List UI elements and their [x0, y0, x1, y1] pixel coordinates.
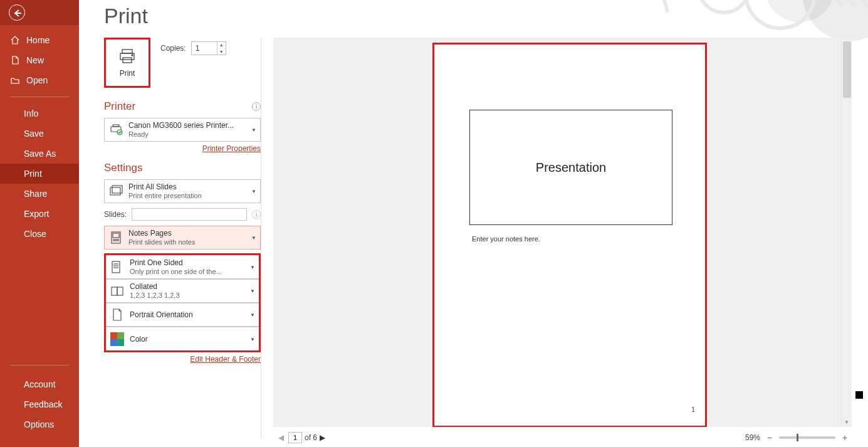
sidebar-item-open[interactable]: Open	[0, 70, 79, 90]
layout-title: Notes Pages	[128, 229, 195, 238]
printer-heading: Printer	[104, 100, 135, 113]
slides-info-icon[interactable]: i	[252, 210, 261, 219]
back-button[interactable]	[9, 4, 25, 21]
notes-pages-icon	[108, 230, 123, 245]
page-navigator: ◀ of 6 ▶	[278, 432, 327, 443]
zoom-slider-knob[interactable]	[797, 434, 798, 441]
preview-page[interactable]: Presentation Enter your notes here. 1	[432, 43, 707, 427]
copies-spinbox[interactable]: 1 ▲ ▼	[191, 41, 226, 55]
sidebar-separator	[10, 97, 69, 97]
edit-header-footer-row: Edit Header & Footer	[104, 355, 261, 364]
highlighted-settings-group: Print One Sided Only print on one side o…	[104, 253, 261, 352]
zoom-out-button[interactable]: −	[765, 433, 774, 443]
print-settings-column: Print Copies: 1 ▲ ▼ Printer i	[104, 38, 261, 364]
fit-to-window-button[interactable]	[854, 390, 863, 448]
sidebar-item-label: Home	[26, 35, 50, 45]
svg-point-8	[117, 130, 122, 135]
next-page-button[interactable]: ▶	[320, 433, 327, 442]
printer-selector[interactable]: Canon MG3600 series Printer... Ready ▼	[104, 118, 261, 142]
print-button[interactable]: Print	[104, 38, 150, 88]
layout-selector[interactable]: Notes Pages Print slides with notes ▼	[104, 226, 261, 250]
sidebar-item-print[interactable]: Print	[0, 164, 79, 184]
print-backstage-main: Print Print Copies: 1 ▲ ▼	[79, 0, 868, 447]
prev-page-button[interactable]: ◀	[278, 433, 286, 442]
svg-rect-2	[122, 50, 132, 53]
orientation-title: Portrait Orientation	[130, 310, 193, 319]
sidebar-item-label: Print	[24, 169, 42, 179]
sidebar-item-label: Export	[24, 209, 49, 219]
copies-decrement[interactable]: ▼	[217, 49, 226, 55]
sidebar-item-feedback[interactable]: Feedback	[0, 394, 79, 414]
orientation-selector[interactable]: Portrait Orientation ▼	[106, 303, 259, 327]
sidebar-item-label: Feedback	[24, 399, 62, 409]
sidebar-primary: Home New Open Info Save Save As Print	[0, 25, 79, 244]
printer-heading-row: Printer i	[104, 100, 261, 113]
sidebar-separator	[10, 365, 69, 365]
sidebar-item-label: New	[26, 55, 44, 65]
collate-title: Collated	[130, 282, 180, 291]
preview-slide-title: Presentation	[470, 160, 672, 175]
slides-range-label: Slides:	[104, 210, 127, 219]
sidebar-item-label: Info	[24, 108, 38, 118]
preview-notes-placeholder: Enter your notes here.	[472, 235, 540, 243]
svg-rect-10	[112, 186, 122, 193]
slides-icon	[108, 184, 123, 199]
svg-rect-20	[117, 287, 123, 295]
copies-row: Copies: 1 ▲ ▼	[160, 41, 226, 55]
svg-rect-19	[112, 287, 117, 295]
chevron-down-icon: ▼	[250, 336, 255, 342]
sides-selector[interactable]: Print One Sided Only print on one side o…	[106, 255, 259, 279]
copies-increment[interactable]: ▲	[217, 42, 226, 49]
printer-properties-link[interactable]: Printer Properties	[202, 144, 261, 153]
current-page-input[interactable]	[288, 432, 302, 443]
status-bar: ◀ of 6 ▶ 59% − +	[273, 428, 868, 447]
sidebar-secondary: Account Feedback Options	[0, 356, 79, 447]
slides-range-row: Slides: i	[104, 208, 261, 221]
sidebar-item-account[interactable]: Account	[0, 374, 79, 394]
printer-icon	[118, 48, 136, 65]
copies-value: 1	[196, 44, 200, 53]
svg-point-1	[746, 0, 815, 28]
one-sided-icon	[110, 260, 125, 275]
new-icon	[10, 55, 20, 65]
print-range-selector[interactable]: Print All Slides Print entire presentati…	[104, 179, 261, 203]
sides-title: Print One Sided	[130, 258, 222, 267]
printer-properties-row: Printer Properties	[104, 144, 261, 153]
zoom-percent-label: 59%	[745, 433, 760, 442]
fit-icon	[854, 390, 868, 448]
back-bar	[0, 0, 79, 25]
sidebar-item-save-as[interactable]: Save As	[0, 144, 79, 164]
sidebar-item-info[interactable]: Info	[0, 103, 79, 124]
sidebar-item-close[interactable]: Close	[0, 224, 79, 244]
printer-name: Canon MG3600 series Printer...	[128, 121, 234, 130]
print-range-title: Print All Slides	[128, 182, 202, 191]
sidebar-item-label: Save As	[24, 149, 56, 159]
sidebar-item-new[interactable]: New	[0, 50, 79, 70]
chevron-down-icon: ▼	[251, 127, 256, 133]
sidebar-item-label: Save	[24, 129, 44, 139]
zoom-in-button[interactable]: +	[840, 433, 849, 443]
slides-range-input[interactable]	[132, 208, 247, 221]
printer-info-icon[interactable]: i	[252, 102, 261, 111]
sidebar-item-home[interactable]: Home	[0, 30, 79, 50]
preview-vertical-scrollbar[interactable]: ▼	[841, 38, 852, 427]
edit-header-footer-link[interactable]: Edit Header & Footer	[190, 355, 261, 364]
sidebar-item-share[interactable]: Share	[0, 184, 79, 204]
svg-rect-7	[113, 125, 119, 127]
svg-rect-21	[855, 391, 863, 399]
zoom-slider[interactable]	[779, 436, 835, 439]
sidebar-item-save[interactable]: Save	[0, 124, 79, 144]
svg-rect-15	[112, 261, 120, 273]
collated-icon	[110, 283, 125, 298]
sidebar-item-options[interactable]: Options	[0, 414, 79, 434]
color-title: Color	[130, 335, 148, 344]
chevron-down-icon: ▼	[251, 235, 256, 241]
layout-sub: Print slides with notes	[128, 238, 195, 246]
color-selector[interactable]: Color ▼	[106, 327, 259, 350]
sidebar-item-label: Account	[24, 379, 56, 389]
settings-heading: Settings	[104, 162, 261, 174]
collate-selector[interactable]: Collated 1,2,3 1,2,3 1,2,3 ▼	[106, 279, 259, 303]
preview-page-number: 1	[691, 406, 695, 413]
scrollbar-thumb[interactable]	[843, 41, 851, 98]
sidebar-item-export[interactable]: Export	[0, 204, 79, 224]
